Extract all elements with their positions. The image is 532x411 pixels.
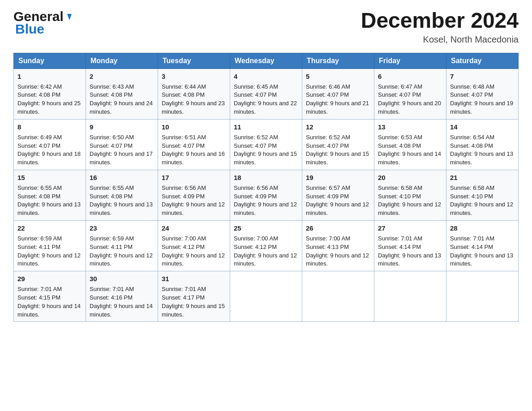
calendar-cell: 24 Sunrise: 7:00 AMSunset: 4:12 PMDaylig… <box>158 221 230 271</box>
header: General Blue December 2024 Kosel, North … <box>13 9 519 45</box>
day-info: Sunrise: 6:46 AMSunset: 4:07 PMDaylight:… <box>306 83 369 116</box>
day-info: Sunrise: 6:59 AMSunset: 4:11 PMDaylight:… <box>17 235 81 267</box>
day-info: Sunrise: 7:00 AMSunset: 4:13 PMDaylight:… <box>306 235 369 267</box>
day-info: Sunrise: 6:52 AMSunset: 4:07 PMDaylight:… <box>234 134 297 166</box>
calendar-cell: 8 Sunrise: 6:49 AMSunset: 4:07 PMDayligh… <box>14 119 86 170</box>
day-number: 21 <box>450 173 515 183</box>
day-info: Sunrise: 6:52 AMSunset: 4:07 PMDaylight:… <box>306 134 369 166</box>
calendar-cell: 13 Sunrise: 6:53 AMSunset: 4:08 PMDaylig… <box>374 119 446 170</box>
day-number: 20 <box>378 173 442 183</box>
calendar-cell: 25 Sunrise: 7:00 AMSunset: 4:12 PMDaylig… <box>230 221 302 271</box>
col-wednesday: Wednesday <box>230 53 302 68</box>
day-info: Sunrise: 6:57 AMSunset: 4:09 PMDaylight:… <box>306 184 369 217</box>
week-row-2: 8 Sunrise: 6:49 AMSunset: 4:07 PMDayligh… <box>14 119 519 170</box>
calendar-cell: 10 Sunrise: 6:51 AMSunset: 4:07 PMDaylig… <box>158 119 230 170</box>
calendar-cell: 20 Sunrise: 6:58 AMSunset: 4:10 PMDaylig… <box>374 170 446 221</box>
day-number: 13 <box>378 122 442 132</box>
calendar-header-row: Sunday Monday Tuesday Wednesday Thursday… <box>14 53 519 68</box>
day-info: Sunrise: 6:43 AMSunset: 4:08 PMDaylight:… <box>90 83 153 116</box>
calendar: Sunday Monday Tuesday Wednesday Thursday… <box>13 53 519 322</box>
week-row-3: 15 Sunrise: 6:55 AMSunset: 4:08 PMDaylig… <box>14 170 519 221</box>
calendar-cell: 31 Sunrise: 7:01 AMSunset: 4:17 PMDaylig… <box>158 271 230 322</box>
day-info: Sunrise: 7:00 AMSunset: 4:12 PMDaylight:… <box>234 235 297 267</box>
day-info: Sunrise: 6:51 AMSunset: 4:07 PMDaylight:… <box>162 134 225 166</box>
calendar-cell <box>302 271 374 322</box>
day-number: 2 <box>90 72 154 81</box>
day-number: 31 <box>162 274 226 284</box>
col-sunday: Sunday <box>14 53 86 68</box>
col-monday: Monday <box>86 53 158 68</box>
day-number: 22 <box>17 223 82 233</box>
day-info: Sunrise: 6:58 AMSunset: 4:10 PMDaylight:… <box>450 184 513 217</box>
day-info: Sunrise: 7:01 AMSunset: 4:16 PMDaylight:… <box>90 286 153 318</box>
day-number: 24 <box>162 223 226 233</box>
calendar-cell: 9 Sunrise: 6:50 AMSunset: 4:07 PMDayligh… <box>86 119 158 170</box>
calendar-cell: 21 Sunrise: 6:58 AMSunset: 4:10 PMDaylig… <box>446 170 519 221</box>
calendar-cell: 14 Sunrise: 6:54 AMSunset: 4:08 PMDaylig… <box>446 119 519 170</box>
col-friday: Friday <box>374 53 446 68</box>
calendar-cell: 17 Sunrise: 6:56 AMSunset: 4:09 PMDaylig… <box>158 170 230 221</box>
calendar-cell: 27 Sunrise: 7:01 AMSunset: 4:14 PMDaylig… <box>374 221 446 271</box>
calendar-cell: 19 Sunrise: 6:57 AMSunset: 4:09 PMDaylig… <box>302 170 374 221</box>
day-number: 19 <box>306 173 370 183</box>
page-title: December 2024 <box>361 9 519 33</box>
calendar-cell: 29 Sunrise: 7:01 AMSunset: 4:15 PMDaylig… <box>14 271 86 322</box>
calendar-cell: 2 Sunrise: 6:43 AMSunset: 4:08 PMDayligh… <box>86 68 158 119</box>
calendar-cell: 23 Sunrise: 6:59 AMSunset: 4:11 PMDaylig… <box>86 221 158 271</box>
logo-blue-text: Blue <box>15 21 44 37</box>
day-number: 12 <box>306 122 370 132</box>
day-number: 18 <box>234 173 298 183</box>
day-info: Sunrise: 6:45 AMSunset: 4:07 PMDaylight:… <box>234 83 297 116</box>
day-number: 17 <box>162 173 226 183</box>
week-row-1: 1 Sunrise: 6:42 AMSunset: 4:08 PMDayligh… <box>14 68 519 119</box>
calendar-cell: 12 Sunrise: 6:52 AMSunset: 4:07 PMDaylig… <box>302 119 374 170</box>
day-number: 5 <box>306 72 370 81</box>
calendar-cell: 5 Sunrise: 6:46 AMSunset: 4:07 PMDayligh… <box>302 68 374 119</box>
day-number: 3 <box>162 72 226 81</box>
calendar-cell <box>374 271 446 322</box>
day-info: Sunrise: 7:00 AMSunset: 4:12 PMDaylight:… <box>162 235 225 267</box>
day-info: Sunrise: 6:47 AMSunset: 4:07 PMDaylight:… <box>378 83 441 116</box>
day-info: Sunrise: 6:56 AMSunset: 4:09 PMDaylight:… <box>234 184 297 217</box>
week-row-5: 29 Sunrise: 7:01 AMSunset: 4:15 PMDaylig… <box>14 271 519 322</box>
day-info: Sunrise: 6:49 AMSunset: 4:07 PMDaylight:… <box>17 134 81 166</box>
calendar-cell: 28 Sunrise: 7:01 AMSunset: 4:14 PMDaylig… <box>446 221 519 271</box>
week-row-4: 22 Sunrise: 6:59 AMSunset: 4:11 PMDaylig… <box>14 221 519 271</box>
calendar-cell: 30 Sunrise: 7:01 AMSunset: 4:16 PMDaylig… <box>86 271 158 322</box>
day-number: 30 <box>90 274 154 284</box>
day-number: 25 <box>234 223 298 233</box>
day-number: 14 <box>450 122 515 132</box>
calendar-cell <box>230 271 302 322</box>
day-info: Sunrise: 6:55 AMSunset: 4:08 PMDaylight:… <box>17 184 81 217</box>
day-number: 26 <box>306 223 370 233</box>
logo-arrow-icon <box>64 12 74 22</box>
day-number: 9 <box>90 122 154 132</box>
calendar-cell: 7 Sunrise: 6:48 AMSunset: 4:07 PMDayligh… <box>446 68 519 119</box>
calendar-cell <box>446 271 519 322</box>
calendar-cell: 4 Sunrise: 6:45 AMSunset: 4:07 PMDayligh… <box>230 68 302 119</box>
col-saturday: Saturday <box>446 53 519 68</box>
calendar-cell: 11 Sunrise: 6:52 AMSunset: 4:07 PMDaylig… <box>230 119 302 170</box>
title-area: December 2024 Kosel, North Macedonia <box>361 9 519 45</box>
day-number: 27 <box>378 223 442 233</box>
day-number: 8 <box>17 122 82 132</box>
day-info: Sunrise: 6:53 AMSunset: 4:08 PMDaylight:… <box>378 134 441 166</box>
subtitle: Kosel, North Macedonia <box>361 34 519 45</box>
col-tuesday: Tuesday <box>158 53 230 68</box>
calendar-cell: 16 Sunrise: 6:55 AMSunset: 4:08 PMDaylig… <box>86 170 158 221</box>
day-number: 16 <box>90 173 154 183</box>
calendar-cell: 6 Sunrise: 6:47 AMSunset: 4:07 PMDayligh… <box>374 68 446 119</box>
svg-marker-0 <box>67 14 72 20</box>
day-info: Sunrise: 7:01 AMSunset: 4:15 PMDaylight:… <box>17 286 81 318</box>
day-info: Sunrise: 6:42 AMSunset: 4:08 PMDaylight:… <box>17 83 81 116</box>
day-info: Sunrise: 6:48 AMSunset: 4:07 PMDaylight:… <box>450 83 513 116</box>
day-number: 28 <box>450 223 515 233</box>
day-number: 1 <box>17 72 82 81</box>
day-info: Sunrise: 6:56 AMSunset: 4:09 PMDaylight:… <box>162 184 225 217</box>
calendar-cell: 15 Sunrise: 6:55 AMSunset: 4:08 PMDaylig… <box>14 170 86 221</box>
calendar-cell: 1 Sunrise: 6:42 AMSunset: 4:08 PMDayligh… <box>14 68 86 119</box>
day-info: Sunrise: 6:44 AMSunset: 4:08 PMDaylight:… <box>162 83 225 116</box>
calendar-cell: 26 Sunrise: 7:00 AMSunset: 4:13 PMDaylig… <box>302 221 374 271</box>
day-info: Sunrise: 6:58 AMSunset: 4:10 PMDaylight:… <box>378 184 441 217</box>
day-info: Sunrise: 6:55 AMSunset: 4:08 PMDaylight:… <box>90 184 153 217</box>
